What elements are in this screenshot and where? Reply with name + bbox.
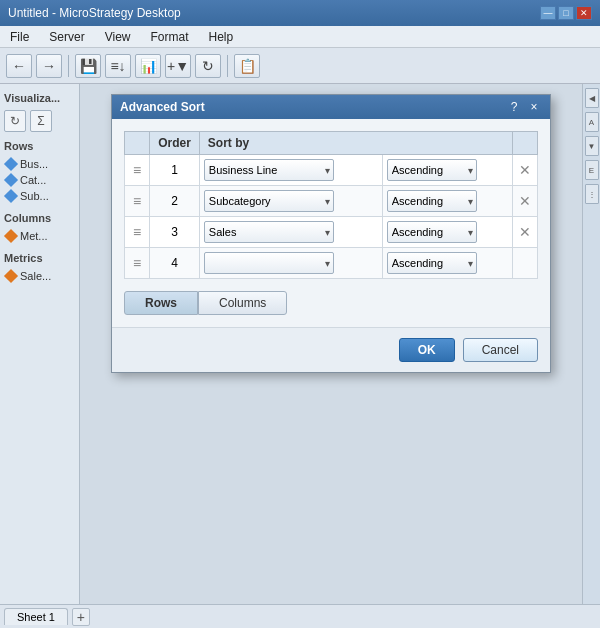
- maximize-button[interactable]: □: [558, 6, 574, 20]
- dialog-close-button[interactable]: ×: [526, 99, 542, 115]
- direction-select-2[interactable]: Ascending Descending: [387, 190, 477, 212]
- dialog-body: Order Sort by ≡: [112, 119, 550, 327]
- right-sidebar-btn-3[interactable]: ▼: [585, 136, 599, 156]
- direction-cell-4: Ascending Descending: [382, 248, 512, 279]
- sortby-select-wrapper-2: Business Line Subcategory Sales Category: [204, 190, 334, 212]
- right-sidebar: ◀ A ▼ E ⋮: [582, 84, 600, 604]
- direction-select-wrapper-3: Ascending Descending: [387, 221, 477, 243]
- menu-file[interactable]: File: [0, 28, 39, 45]
- direction-select-1[interactable]: Ascending Descending: [387, 159, 477, 181]
- sortby-select-1[interactable]: Business Line Subcategory Sales Category: [204, 159, 334, 181]
- sortby-col-header: Sort by: [199, 132, 512, 155]
- menu-server[interactable]: Server: [39, 28, 94, 45]
- drag-handle-4[interactable]: ≡: [125, 248, 150, 279]
- minimize-button[interactable]: —: [540, 6, 556, 20]
- close-button[interactable]: ✕: [576, 6, 592, 20]
- dialog-title: Advanced Sort: [120, 100, 205, 114]
- right-sidebar-btn-1[interactable]: ◀: [585, 88, 599, 108]
- sortby-select-2[interactable]: Business Line Subcategory Sales Category: [204, 190, 334, 212]
- add-sheet-button[interactable]: +: [72, 608, 90, 626]
- sidebar-item-met-label: Met...: [20, 230, 48, 242]
- cancel-button[interactable]: Cancel: [463, 338, 538, 362]
- order-col-header: Order: [150, 132, 200, 155]
- direction-select-wrapper-4: Ascending Descending: [387, 252, 477, 274]
- chart-button[interactable]: 📊: [135, 54, 161, 78]
- delete-row-1-button[interactable]: ✕: [517, 162, 533, 178]
- direction-select-wrapper-2: Ascending Descending: [387, 190, 477, 212]
- title-bar-controls: — □ ✕: [540, 6, 592, 20]
- dialog-overlay: Advanced Sort ? × Order: [80, 84, 582, 604]
- sortby-select-wrapper-1: Business Line Subcategory Sales Category: [204, 159, 334, 181]
- rows-section-label: Rows: [4, 140, 75, 152]
- direction-cell-2: Ascending Descending: [382, 186, 512, 217]
- direction-cell-3: Ascending Descending: [382, 217, 512, 248]
- table-row: ≡ 4 Business Line Subcatego: [125, 248, 538, 279]
- diamond-icon-3: [4, 189, 18, 203]
- undo-icon[interactable]: ↻: [4, 110, 26, 132]
- menu-help[interactable]: Help: [199, 28, 244, 45]
- sortby-select-3[interactable]: Business Line Subcategory Sales Category: [204, 221, 334, 243]
- ok-button[interactable]: OK: [399, 338, 455, 362]
- direction-select-3[interactable]: Ascending Descending: [387, 221, 477, 243]
- order-cell-3: 3: [150, 217, 200, 248]
- sidebar-item-sales[interactable]: Sale...: [4, 268, 75, 284]
- menu-view[interactable]: View: [95, 28, 141, 45]
- sidebar-icon-group: ↻ Σ: [4, 110, 75, 132]
- delete-row-3-button[interactable]: ✕: [517, 224, 533, 240]
- delete-row-2-button[interactable]: ✕: [517, 193, 533, 209]
- direction-select-4[interactable]: Ascending Descending: [387, 252, 477, 274]
- columns-tab-button[interactable]: Columns: [198, 291, 287, 315]
- sidebar-item-category[interactable]: Cat...: [4, 172, 75, 188]
- table-row: ≡ 1 Business Line Subcategory: [125, 155, 538, 186]
- sortby-cell-1: Business Line Subcategory Sales Category: [199, 155, 382, 186]
- sortby-select-wrapper-4: Business Line Subcategory Sales Category: [204, 252, 334, 274]
- delete-cell-4: [513, 248, 538, 279]
- sidebar-item-metrics[interactable]: Met...: [4, 228, 75, 244]
- dialog-help-button[interactable]: ?: [506, 99, 522, 115]
- dialog-title-bar: Advanced Sort ? ×: [112, 95, 550, 119]
- toolbar: ← → 💾 ≡↓ 📊 +▼ ↻ 📋: [0, 48, 600, 84]
- sidebar-item-subcategory[interactable]: Sub...: [4, 188, 75, 204]
- sortby-cell-3: Business Line Subcategory Sales Category: [199, 217, 382, 248]
- delete-cell-2: ✕: [513, 186, 538, 217]
- bottom-strip: Sheet 1 +: [0, 604, 600, 628]
- drag-handle-2[interactable]: ≡: [125, 186, 150, 217]
- sort-button[interactable]: ≡↓: [105, 54, 131, 78]
- rows-tab-button[interactable]: Rows: [124, 291, 198, 315]
- sidebar-item-sub-label: Sub...: [20, 190, 49, 202]
- sidebar-item-business-line[interactable]: Bus...: [4, 156, 75, 172]
- add-button[interactable]: +▼: [165, 54, 191, 78]
- drag-icon-4: ≡: [129, 255, 145, 271]
- drag-handle-3[interactable]: ≡: [125, 217, 150, 248]
- right-sidebar-btn-5[interactable]: ⋮: [585, 184, 599, 204]
- direction-cell-1: Ascending Descending: [382, 155, 512, 186]
- title-bar: Untitled - MicroStrategy Desktop — □ ✕: [0, 0, 600, 26]
- save-button[interactable]: 💾: [75, 54, 101, 78]
- drag-icon-2: ≡: [129, 193, 145, 209]
- table-row: ≡ 2 Business Line Subcategory: [125, 186, 538, 217]
- delete-cell-3: ✕: [513, 217, 538, 248]
- sidebar-item-sale-label: Sale...: [20, 270, 51, 282]
- export-button[interactable]: 📋: [234, 54, 260, 78]
- diamond-icon-1: [4, 157, 18, 171]
- forward-button[interactable]: →: [36, 54, 62, 78]
- dialog-footer: OK Cancel: [112, 327, 550, 372]
- right-sidebar-btn-4[interactable]: E: [585, 160, 599, 180]
- back-button[interactable]: ←: [6, 54, 32, 78]
- app-window: Untitled - MicroStrategy Desktop — □ ✕ F…: [0, 0, 600, 628]
- refresh-button[interactable]: ↻: [195, 54, 221, 78]
- window-title: Untitled - MicroStrategy Desktop: [8, 6, 181, 20]
- drag-handle-1[interactable]: ≡: [125, 155, 150, 186]
- drag-col-header: [125, 132, 150, 155]
- metrics-section-label: Metrics: [4, 252, 75, 264]
- columns-section-label: Columns: [4, 212, 75, 224]
- sheet-1-tab[interactable]: Sheet 1: [4, 608, 68, 625]
- sortby-cell-2: Business Line Subcategory Sales Category: [199, 186, 382, 217]
- drag-icon-1: ≡: [129, 162, 145, 178]
- sortby-select-4[interactable]: Business Line Subcategory Sales Category: [204, 252, 334, 274]
- sigma-icon[interactable]: Σ: [30, 110, 52, 132]
- toolbar-separator-2: [227, 55, 228, 77]
- right-sidebar-btn-2[interactable]: A: [585, 112, 599, 132]
- menu-format[interactable]: Format: [140, 28, 198, 45]
- sidebar-item-bus-label: Bus...: [20, 158, 48, 170]
